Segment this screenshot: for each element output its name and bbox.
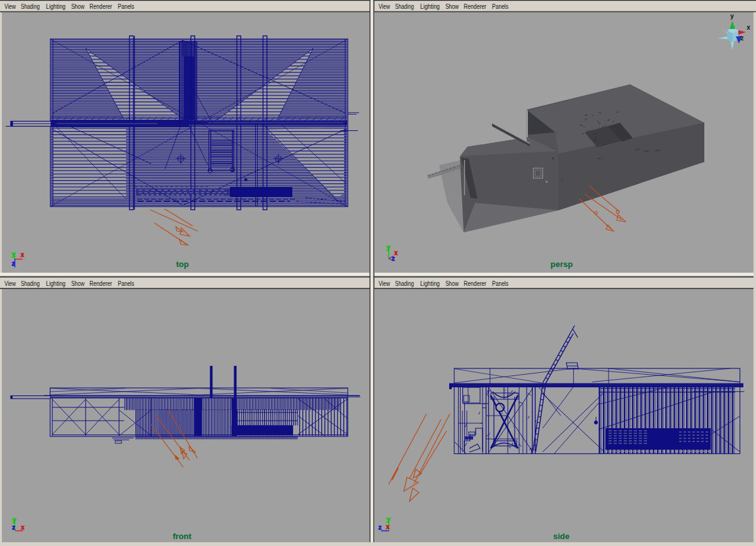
svg-text:Shading: Shading: [395, 3, 414, 10]
svg-text:top: top: [176, 259, 188, 269]
svg-text:View: View: [379, 280, 390, 287]
svg-text:x: x: [21, 251, 25, 258]
svg-text:z: z: [741, 35, 744, 42]
svg-text:x: x: [747, 24, 750, 31]
svg-text:Lighting: Lighting: [420, 3, 440, 10]
svg-text:z: z: [378, 523, 381, 531]
svg-text:Show: Show: [445, 3, 459, 10]
svg-text:Panels: Panels: [492, 280, 508, 287]
svg-text:Renderer: Renderer: [464, 3, 486, 10]
svg-text:z: z: [391, 254, 394, 262]
svg-text:z: z: [12, 523, 15, 531]
svg-text:Lighting: Lighting: [46, 280, 66, 287]
svg-text:front: front: [173, 532, 192, 541]
svg-text:Shading: Shading: [395, 280, 414, 287]
svg-text:Renderer: Renderer: [464, 280, 486, 287]
svg-text:Renderer: Renderer: [89, 3, 112, 10]
svg-text:View: View: [4, 3, 16, 10]
svg-text:persp: persp: [551, 259, 573, 269]
svg-text:Show: Show: [71, 3, 84, 10]
svg-text:z: z: [11, 259, 14, 267]
svg-text:Lighting: Lighting: [46, 3, 66, 10]
svg-text:y: y: [11, 250, 16, 258]
svg-text:View: View: [379, 3, 390, 10]
svg-text:Panels: Panels: [118, 280, 134, 287]
svg-text:x: x: [21, 524, 25, 531]
svg-text:y: y: [387, 243, 391, 251]
svg-text:Show: Show: [71, 280, 84, 287]
svg-text:Show: Show: [445, 280, 459, 287]
svg-text:y: y: [730, 13, 734, 20]
svg-text:Renderer: Renderer: [89, 280, 112, 287]
svg-text:Panels: Panels: [118, 3, 134, 10]
svg-text:x: x: [386, 523, 390, 530]
svg-text:Shading: Shading: [21, 3, 40, 10]
svg-text:side: side: [553, 532, 570, 541]
svg-text:Shading: Shading: [21, 280, 40, 287]
svg-text:Panels: Panels: [492, 3, 508, 10]
svg-text:View: View: [4, 280, 16, 287]
svg-text:Lighting: Lighting: [420, 280, 440, 287]
